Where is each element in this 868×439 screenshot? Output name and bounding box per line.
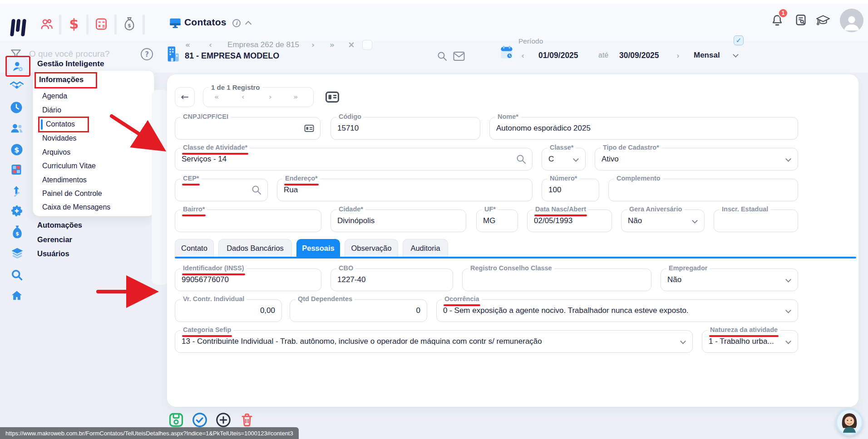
chevron-down-icon[interactable] [573, 156, 579, 162]
sidebar-module-user-settings-icon[interactable] [8, 57, 28, 75]
tab-pessoais[interactable]: Pessoais [296, 239, 340, 257]
company-first-button[interactable]: « [185, 40, 190, 50]
chevron-down-icon[interactable] [785, 156, 791, 162]
field-inscr-estadual[interactable]: Inscr. Estadual [714, 210, 798, 232]
field-bairro[interactable]: Bairro* [175, 210, 321, 232]
sidebar-handshake-icon[interactable] [9, 78, 25, 94]
search-icon[interactable] [516, 154, 527, 165]
field-registro-conselho[interactable]: Registro Conselho Classe [462, 268, 651, 291]
save-button[interactable] [168, 411, 185, 429]
mail-icon[interactable] [453, 51, 465, 61]
field-cidade[interactable]: Cidade* Divinópolis [330, 210, 466, 232]
chevron-down-icon[interactable] [785, 307, 791, 313]
menu-group-informacoes[interactable]: Informações [39, 75, 84, 84]
field-gera-aniversario[interactable]: Gera Aniversário Não [621, 210, 705, 232]
company-next-button[interactable]: › [311, 40, 315, 50]
period-start-date[interactable]: 01/09/2025 [538, 51, 578, 60]
tab-dados-bancarios[interactable]: Dados Bancários [218, 239, 292, 257]
period-checkbox[interactable]: ✓ [734, 35, 744, 45]
card-view-icon[interactable] [324, 89, 340, 105]
field-empregador[interactable]: Empregador Não [661, 268, 798, 291]
menu-item-diario[interactable]: Diário [42, 106, 61, 114]
chevron-down-icon[interactable] [692, 218, 698, 224]
menu-item-contatos[interactable]: Contatos [46, 120, 75, 128]
sidebar-dollar-icon[interactable]: $ [9, 142, 25, 157]
field-classe[interactable]: Classe* C [542, 148, 586, 171]
field-codigo[interactable]: Código 15710 [330, 117, 480, 140]
delete-button[interactable] [238, 411, 256, 429]
sidebar-money-bag-icon[interactable]: $ [10, 224, 25, 240]
notification-badge[interactable]: 1 [778, 8, 788, 18]
money-bag-module-icon[interactable]: $ [123, 16, 136, 32]
sidebar-home-icon[interactable] [9, 288, 25, 303]
field-natureza-atividade[interactable]: Natureza da atividade 1 - Trabalho urba.… [702, 330, 798, 353]
company-close-button[interactable]: × [348, 39, 355, 49]
field-cbo[interactable]: CBO 1227-40 [330, 268, 453, 291]
chevron-down-icon[interactable] [680, 338, 686, 344]
chevron-down-icon[interactable] [785, 338, 791, 344]
field-cnpj-cpf-cei[interactable]: CNPJ/CPF/CEI [175, 117, 321, 140]
sidebar-growth-icon[interactable] [9, 184, 24, 199]
menu-group-automacoes[interactable]: Automações [37, 221, 82, 229]
people-module-icon[interactable] [40, 17, 54, 31]
period-prev-button[interactable]: ‹ [521, 51, 524, 61]
menu-group-gerenciar[interactable]: Gerenciar [37, 235, 72, 244]
company-last-button[interactable]: » [330, 40, 335, 50]
menu-item-caixa-de-mensagens[interactable]: Caixa de Mensagens [42, 203, 110, 211]
add-record-button[interactable] [215, 411, 232, 429]
tab-auditoria[interactable]: Auditoria [403, 239, 448, 257]
document-search-icon[interactable] [794, 14, 807, 26]
record-last-button[interactable]: » [293, 92, 298, 102]
global-search-input[interactable] [29, 49, 138, 59]
menu-item-painel-de-controle[interactable]: Painel de Controle [42, 190, 102, 198]
tab-contato[interactable]: Contato [175, 239, 214, 257]
period-mode-select[interactable]: Mensal [694, 51, 720, 60]
field-vr-contr-individual[interactable]: Vr. Contr. Individual 0,00 [175, 299, 282, 322]
back-button[interactable]: ← [175, 87, 195, 107]
graduation-cap-icon[interactable] [815, 14, 831, 26]
record-next-button[interactable]: › [269, 92, 272, 102]
field-tipo-cadastro[interactable]: Tipo de Cadastro* Ativo [595, 148, 798, 171]
field-endereco[interactable]: Endereço* Rua [277, 179, 533, 201]
field-numero[interactable]: Número* 100 [542, 179, 599, 201]
record-first-button[interactable]: « [214, 92, 219, 102]
field-categoria-sefip[interactable]: Categoria Sefip 13 - Contribuinte Indivi… [175, 330, 693, 353]
menu-item-arquivos[interactable]: Arquivos [42, 148, 70, 156]
sidebar-search-icon[interactable] [9, 267, 25, 283]
field-uf[interactable]: UF* MG [476, 210, 518, 232]
finance-module-icon[interactable]: $ [67, 15, 81, 32]
chevron-down-icon[interactable] [785, 277, 791, 283]
field-ocorrencia[interactable]: Ocorrência 0 - Sem exposição a agente no… [436, 299, 798, 322]
record-prev-button[interactable]: ‹ [242, 92, 245, 102]
field-identificador-inss[interactable]: Identificador (INSS) 99056776070 [175, 268, 321, 291]
field-nome[interactable]: Nome* Autonomo esporádico 2025 [489, 117, 798, 140]
menu-item-novidades[interactable]: Novidades [42, 134, 77, 142]
menu-item-curriculum-vitae[interactable]: Curriculum Vitae [42, 162, 96, 170]
field-classe-atividade[interactable]: Classe de Atividade* Serviços - 14 [175, 148, 533, 171]
tab-observacao[interactable]: Observação [345, 239, 398, 257]
menu-group-usuarios[interactable]: Usuários [37, 249, 69, 258]
sidebar-gear-plus-icon[interactable] [9, 203, 25, 219]
sidebar-calculator-icon[interactable] [9, 162, 24, 177]
period-next-button[interactable]: › [676, 51, 680, 61]
menu-item-agenda[interactable]: Agenda [42, 92, 67, 100]
user-avatar[interactable] [840, 9, 863, 32]
search-icon[interactable] [251, 185, 262, 195]
sidebar-people-icon[interactable] [9, 121, 25, 136]
confirm-button[interactable] [191, 411, 208, 429]
id-card-icon[interactable] [304, 123, 315, 134]
field-cep[interactable]: CEP* [175, 179, 268, 201]
field-complemento[interactable]: Complemento [608, 179, 798, 201]
sidebar-clock-icon[interactable] [9, 100, 24, 115]
help-icon[interactable]: ? [141, 48, 153, 60]
field-qtd-dependentes[interactable]: Qtd Dependentes 0 [290, 299, 427, 322]
company-search-icon[interactable] [437, 51, 448, 62]
makro-logo[interactable] [11, 18, 29, 36]
company-prev-button[interactable]: ‹ [209, 40, 212, 50]
menu-item-atendimentos[interactable]: Atendimentos [42, 176, 87, 184]
company-checkbox[interactable] [362, 40, 372, 50]
assistant-avatar[interactable] [836, 409, 863, 436]
field-data-nasc[interactable]: Data Nasc/Abert 02/05/1993 [527, 210, 612, 232]
sidebar-layers-icon[interactable] [10, 245, 25, 261]
period-end-date[interactable]: 30/09/2025 [619, 51, 659, 60]
